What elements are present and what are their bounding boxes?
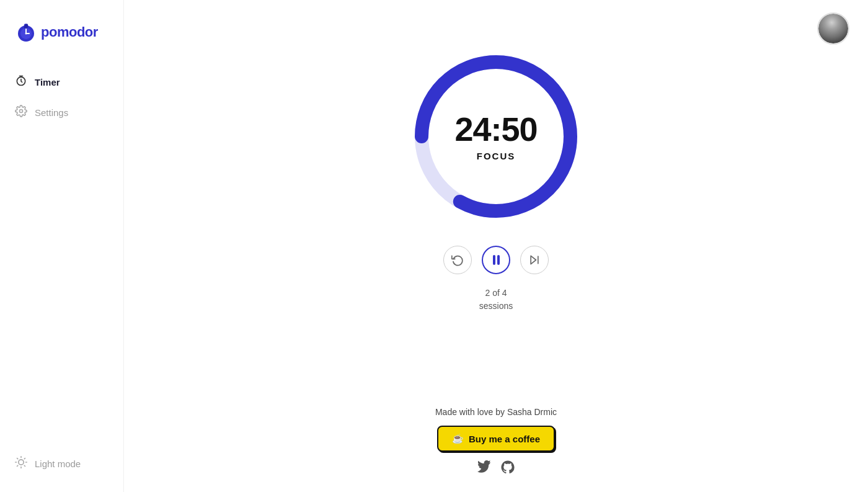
- footer: Made with love by Sasha Drmic ☕ Buy me a…: [435, 407, 557, 492]
- logo-icon: [15, 21, 37, 43]
- skip-button[interactable]: [520, 246, 549, 274]
- pause-button[interactable]: [482, 246, 510, 274]
- buy-coffee-label: Buy me a coffee: [469, 434, 540, 444]
- sessions-info: 2 of 4 sessions: [479, 287, 513, 313]
- github-icon[interactable]: [501, 460, 515, 477]
- settings-nav-label: Settings: [35, 107, 68, 118]
- svg-line-14: [24, 465, 25, 466]
- logo[interactable]: pomodor: [15, 21, 108, 43]
- twitter-icon[interactable]: [477, 460, 491, 477]
- sessions-line2: sessions: [479, 300, 513, 313]
- pause-icon: [493, 255, 500, 265]
- logo-area: pomodor: [0, 15, 123, 68]
- timer-nav-label: Timer: [35, 77, 60, 87]
- timer-mode-label: FOCUS: [477, 151, 516, 161]
- ring-dot: [418, 133, 425, 140]
- svg-line-17: [17, 465, 18, 466]
- main-content: 24:50 FOCUS: [124, 0, 868, 492]
- reset-icon: [451, 254, 464, 266]
- coffee-icon: ☕: [452, 433, 464, 444]
- light-mode-toggle[interactable]: Light mode: [7, 450, 116, 477]
- reset-button[interactable]: [443, 246, 472, 274]
- logo-text: pomodor: [41, 24, 98, 40]
- sidebar-bottom: Light mode: [0, 450, 123, 477]
- footer-made-by: Made with love by Sasha Drmic: [435, 407, 557, 417]
- nav-menu: Timer Settings: [0, 68, 123, 127]
- user-avatar[interactable]: [817, 12, 849, 45]
- timer-controls: [443, 246, 549, 274]
- buy-coffee-button[interactable]: ☕ Buy me a coffee: [437, 426, 555, 452]
- svg-point-9: [20, 110, 23, 113]
- svg-point-10: [19, 460, 24, 465]
- timer-ring: 24:50 FOCUS: [409, 50, 583, 223]
- avatar-image: [818, 14, 848, 43]
- timer-time: 24:50: [454, 112, 537, 146]
- skip-icon: [528, 254, 541, 266]
- sidebar-item-timer[interactable]: Timer: [7, 68, 116, 96]
- social-links: [477, 460, 515, 477]
- svg-point-7: [25, 33, 27, 35]
- timer-section: 24:50 FOCUS: [409, 50, 583, 313]
- sidebar-item-settings[interactable]: Settings: [7, 99, 116, 127]
- sidebar: pomodor Timer Settings: [0, 0, 124, 492]
- sessions-line1: 2 of 4: [479, 287, 513, 300]
- svg-marker-20: [531, 256, 536, 264]
- settings-icon: [15, 105, 27, 120]
- light-mode-icon: [15, 456, 27, 471]
- timer-display: 24:50 FOCUS: [454, 112, 537, 161]
- light-mode-label: Light mode: [35, 458, 81, 469]
- timer-icon: [15, 74, 27, 90]
- svg-line-13: [17, 458, 18, 459]
- svg-line-18: [24, 458, 25, 459]
